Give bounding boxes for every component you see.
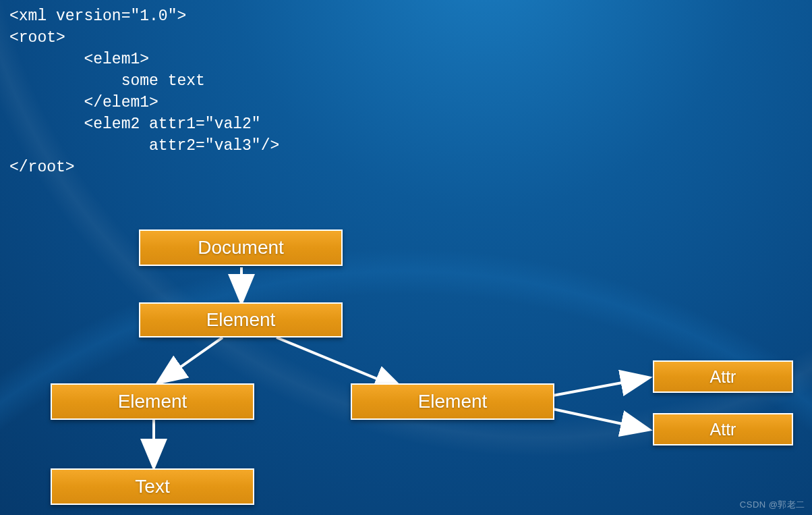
watermark: CSDN @郭老二 <box>740 499 805 511</box>
svg-line-6 <box>553 409 647 429</box>
background-curve <box>0 148 812 515</box>
svg-line-5 <box>553 378 647 396</box>
svg-line-2 <box>159 337 223 382</box>
tree-node-element-left: Element <box>51 383 254 420</box>
code-line: <elem2 attr1="val2" <box>9 115 261 133</box>
code-line: <xml version="1.0"> <box>9 7 186 25</box>
tree-node-attr-2: Attr <box>653 413 793 445</box>
tree-node-document: Document <box>139 229 343 266</box>
svg-line-3 <box>277 337 401 389</box>
code-line: </root> <box>9 159 75 176</box>
diagram-stage: <xml version="1.0"> <root> <elem1> some … <box>0 0 812 515</box>
xml-code-block: <xml version="1.0"> <root> <elem1> some … <box>9 5 279 178</box>
code-line: <elem1> <box>9 51 149 68</box>
tree-node-attr-1: Attr <box>653 360 793 393</box>
code-line: <root> <box>9 29 65 47</box>
tree-node-text: Text <box>51 468 254 505</box>
code-line: some text <box>9 72 205 90</box>
code-line: </elem1> <box>9 94 158 111</box>
tree-node-element-right: Element <box>351 383 554 420</box>
tree-node-element-root: Element <box>139 302 343 337</box>
code-line: attr2="val3"/> <box>9 137 279 155</box>
